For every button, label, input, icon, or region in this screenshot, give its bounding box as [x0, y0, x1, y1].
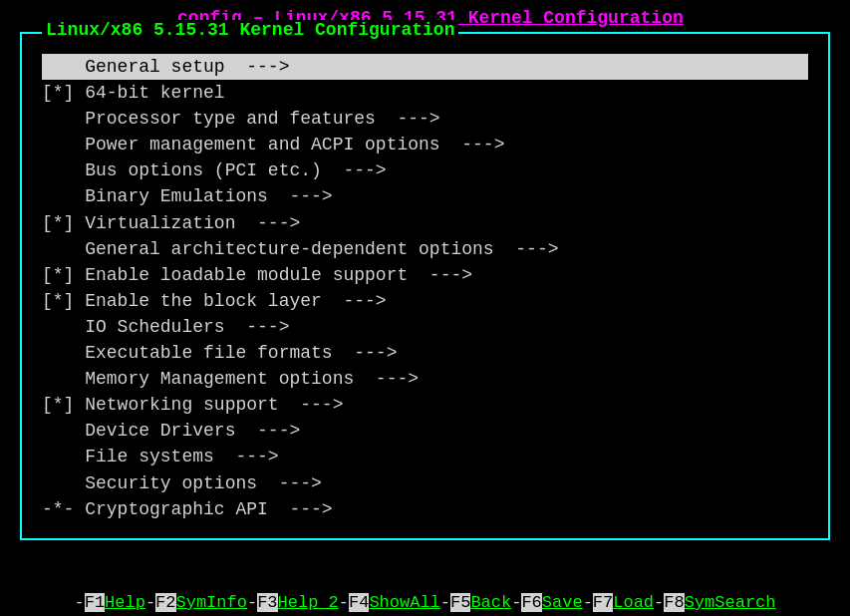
- label-f4: ShowAll: [369, 593, 439, 612]
- fkey-f8: F8: [664, 593, 684, 612]
- separator: -: [339, 593, 349, 612]
- menu-item-io-schedulers[interactable]: IO Schedulers --->: [42, 314, 808, 340]
- fkey-f7: F7: [593, 593, 613, 612]
- fkey-f5: F5: [450, 593, 470, 612]
- label-f1: Help: [105, 593, 145, 612]
- menu-item-networking[interactable]: [*] Networking support --->: [42, 392, 808, 418]
- fkey-f1: F1: [85, 593, 105, 612]
- menu-item-general-setup[interactable]: General setup --->: [42, 54, 808, 80]
- menu-item-virtualization[interactable]: [*] Virtualization --->: [42, 210, 808, 236]
- menu-item-executable-formats[interactable]: Executable file formats --->: [42, 340, 808, 366]
- main-container: Linux/x86 5.15.31 Kernel Configuration G…: [20, 32, 830, 540]
- menu-item-block-layer[interactable]: [*] Enable the block layer --->: [42, 288, 808, 314]
- separator: -: [654, 593, 664, 612]
- fkey-f6: F6: [521, 593, 541, 612]
- container-label: Linux/x86 5.15.31 Kernel Configuration: [42, 20, 458, 40]
- label-f2: SymInfo: [176, 593, 247, 612]
- menu-item-cryptographic-api[interactable]: -*- Cryptographic API --->: [42, 496, 808, 522]
- bottom-key-f1[interactable]: -F1Help: [74, 593, 144, 612]
- bottom-key-f4[interactable]: -F4ShowAll: [339, 593, 440, 612]
- bottom-key-f8[interactable]: -F8SymSearch: [654, 593, 775, 612]
- label-f7: Load: [613, 593, 654, 612]
- menu-item-power-management[interactable]: Power management and ACPI options --->: [42, 132, 808, 157]
- menu-item-security-options[interactable]: Security options --->: [42, 470, 808, 496]
- menu-item-64bit-kernel[interactable]: [*] 64-bit kernel: [42, 80, 808, 106]
- separator: -: [74, 593, 84, 612]
- bottom-key-f2[interactable]: -F2SymInfo: [145, 593, 247, 612]
- separator: -: [511, 593, 521, 612]
- bottom-key-f6[interactable]: -F6Save: [511, 593, 582, 612]
- bottom-key-f7[interactable]: -F7Load: [583, 593, 654, 612]
- bottom-bar: -F1Help-F2SymInfo-F3Help 2-F4ShowAll-F5B…: [0, 587, 850, 616]
- separator: -: [583, 593, 593, 612]
- menu-list: General setup --->[*] 64-bit kernel Proc…: [42, 54, 808, 522]
- menu-item-file-systems[interactable]: File systems --->: [42, 444, 808, 469]
- label-f6: Save: [542, 593, 583, 612]
- bottom-key-f5[interactable]: -F5Back: [440, 593, 511, 612]
- label-f8: SymSearch: [685, 593, 776, 612]
- fkey-f2: F2: [155, 593, 175, 612]
- menu-item-bus-options[interactable]: Bus options (PCI etc.) --->: [42, 157, 808, 183]
- fkey-f4: F4: [349, 593, 369, 612]
- label-f5: Back: [470, 593, 511, 612]
- bottom-key-f3[interactable]: -F3Help 2: [247, 593, 339, 612]
- menu-item-loadable-module[interactable]: [*] Enable loadable module support --->: [42, 262, 808, 288]
- separator: -: [440, 593, 450, 612]
- menu-item-memory-management[interactable]: Memory Management options --->: [42, 366, 808, 392]
- separator: -: [145, 593, 155, 612]
- fkey-f3: F3: [257, 593, 277, 612]
- separator: -: [247, 593, 257, 612]
- menu-item-device-drivers[interactable]: Device Drivers --->: [42, 418, 808, 444]
- menu-item-binary-emulations[interactable]: Binary Emulations --->: [42, 183, 808, 209]
- menu-item-general-arch[interactable]: General architecture-dependent options -…: [42, 236, 808, 262]
- menu-item-processor-type[interactable]: Processor type and features --->: [42, 106, 808, 132]
- label-f3: Help 2: [278, 593, 339, 612]
